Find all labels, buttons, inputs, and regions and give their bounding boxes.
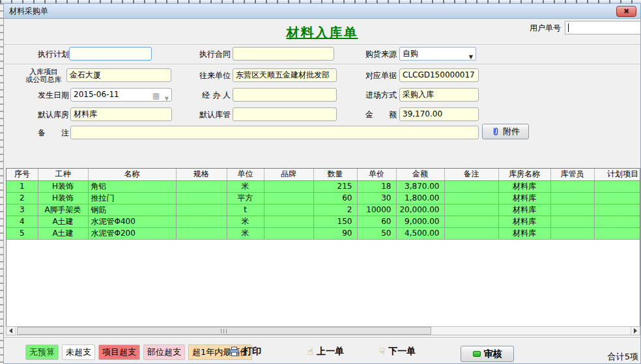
table-cell[interactable]: 平方 [227,192,264,204]
table-cell[interactable] [176,216,227,227]
column-header[interactable]: 数量 [313,169,357,180]
table-cell[interactable]: H装饰 [38,180,88,192]
entry-mode-input[interactable]: 采购入库 [399,88,479,102]
table-cell[interactable]: 2 [7,192,38,204]
default-warehouse-input[interactable]: 材料库 [70,107,172,121]
chevron-down-icon[interactable]: ▼ [469,51,473,63]
table-cell[interactable] [444,216,498,227]
column-header[interactable]: 备注 [444,169,498,180]
table-cell[interactable]: 9,000.00 [396,216,444,227]
table-cell[interactable]: t [227,204,264,216]
table-cell[interactable]: 4 [7,216,38,227]
column-header[interactable]: 序号 [7,169,38,180]
column-header[interactable]: 库房名称 [498,169,550,180]
table-cell[interactable] [550,204,594,216]
table-cell[interactable] [444,180,498,192]
table-cell[interactable]: A土建 [38,227,88,239]
date-picker[interactable]: 2015-06-11 ▦ ▼ [70,88,172,102]
table-cell[interactable]: 水泥管Φ200 [88,227,176,239]
table-cell[interactable] [550,216,594,227]
remark-input[interactable] [70,126,479,139]
table-cell[interactable] [444,204,498,216]
table-cell[interactable]: 5 [7,227,38,239]
table-cell[interactable]: 3,870.00 [396,180,444,192]
table-cell[interactable] [594,227,640,239]
table-cell[interactable] [550,227,594,239]
ref-doc-input[interactable]: CLCGD150000017 [399,68,479,82]
table-cell[interactable] [264,204,313,216]
table-cell[interactable]: 4,500.00 [396,227,444,239]
table-cell[interactable]: 90 [313,227,357,239]
exec-plan-input[interactable] [69,47,152,61]
table-cell[interactable]: 60 [357,216,396,227]
table-cell[interactable] [594,204,640,216]
print-button[interactable]: 打印 [229,346,261,357]
table-cell[interactable]: 米 [227,180,264,192]
table-cell[interactable]: A脚手架类 [38,204,88,216]
table-cell[interactable] [550,192,594,204]
table-cell[interactable]: 10000 [357,204,396,216]
column-header[interactable]: 计划项目 [594,169,640,180]
table-row[interactable]: 1H装饰角铝米215183,870.00材料库 [7,180,640,192]
table-cell[interactable]: 30 [357,192,396,204]
column-header[interactable]: 金额 [396,169,444,180]
table-cell[interactable] [176,227,227,239]
column-header[interactable]: 品牌 [264,169,313,180]
column-header[interactable]: 工种 [38,169,88,180]
table-cell[interactable]: H装饰 [38,192,88,204]
table-cell[interactable]: 材料库 [498,204,550,216]
table-cell[interactable]: 材料库 [498,180,550,192]
calendar-icon[interactable]: ▦ [152,90,160,102]
table-cell[interactable] [264,227,313,239]
table-cell[interactable] [264,192,313,204]
table-cell[interactable]: 米 [227,216,264,227]
column-header[interactable]: 单价 [357,169,396,180]
table-cell[interactable]: 2 [313,204,357,216]
table-row[interactable]: 3A脚手架类钢筋t21000020,000.00材料库 [7,204,640,216]
column-header[interactable]: 单位 [227,169,264,180]
table-row[interactable]: 2H装饰推拉门平方60301,800.00材料库 [7,192,640,204]
table-cell[interactable]: 20,000.00 [396,204,444,216]
column-header[interactable]: 库管员 [550,169,594,180]
table-cell[interactable]: 3 [7,204,38,216]
table-cell[interactable] [550,180,594,192]
exec-contract-input[interactable] [233,47,334,61]
table-cell[interactable] [264,216,313,227]
table-row[interactable]: 5A土建水泥管Φ200米90504,500.00材料库 [7,227,640,239]
table-cell[interactable]: 米 [227,227,264,239]
table-cell[interactable] [264,180,313,192]
table-cell[interactable]: 150 [313,216,357,227]
table-cell[interactable]: 钢筋 [88,204,176,216]
date-dropdown-icon[interactable]: ▼ [165,92,169,102]
table-cell[interactable] [444,192,498,204]
table-cell[interactable]: A土建 [38,216,88,227]
counterparty-input[interactable]: 东营区天顺五金建材批发部 [233,68,337,82]
table-cell[interactable]: 角铝 [88,180,176,192]
table-cell[interactable]: 1,800.00 [396,192,444,204]
table-cell[interactable] [176,192,227,204]
close-button[interactable]: ✖ [616,6,636,17]
table-cell[interactable] [444,227,498,239]
amount-input[interactable]: 39,170.00 [399,107,479,121]
next-doc-button[interactable]: ☟ 下一单 [379,346,416,357]
column-header[interactable]: 规格 [176,169,227,180]
table-cell[interactable] [176,180,227,192]
table-cell[interactable]: 材料库 [498,192,550,204]
table-cell[interactable]: 1 [7,180,38,192]
prev-doc-button[interactable]: ☝ 上一单 [307,346,344,357]
attachment-button[interactable]: 附件 [482,124,529,139]
table-cell[interactable]: 材料库 [498,227,550,239]
table-cell[interactable]: 材料库 [498,216,550,227]
table-cell[interactable]: 推拉门 [88,192,176,204]
scroll-left-arrow[interactable] [7,327,16,335]
handler-input[interactable] [233,88,337,102]
project-input[interactable]: 金石大厦 [66,68,171,82]
scrollbar-thumb[interactable] [17,327,431,335]
table-cell[interactable]: 18 [357,180,396,192]
column-header[interactable]: 名称 [88,169,176,180]
table-cell[interactable] [176,204,227,216]
audit-button[interactable]: 审核 [461,346,514,362]
table-row[interactable]: 4A土建水泥管Φ400米150609,000.00材料库 [7,216,640,227]
table-cell[interactable]: 60 [313,192,357,204]
table-cell[interactable] [594,216,640,227]
